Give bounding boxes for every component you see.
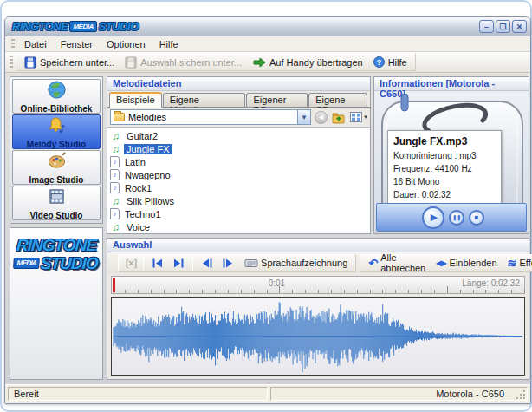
track-frequency: Frequenz: 44100 Hz xyxy=(393,164,496,173)
sidebar-item-video-studio[interactable]: Video Studio xyxy=(12,186,101,220)
arrow-right-bar-icon xyxy=(173,258,185,268)
file-row-voice[interactable]: ♫Voice xyxy=(110,220,370,233)
fade-button[interactable]: ◀▶ Einblenden xyxy=(431,257,501,269)
sidebar-item-label: Video Studio xyxy=(30,211,83,220)
selection-strip-left: [✕] Sprachaufzeichnung xyxy=(118,254,356,272)
playback-control-bar: ▶ ❚❚ ■ xyxy=(376,203,527,232)
play-button[interactable]: ▶ xyxy=(422,206,444,229)
desktop-background: RINGTONE MEDIA STUDIO – ❐ ✕ Datei Fenste… xyxy=(0,0,532,412)
floppy-disk-icon xyxy=(24,56,36,69)
resize-grip[interactable] xyxy=(515,389,525,399)
client-area: Online-Bibliothek Melody Studio Image St… xyxy=(5,73,530,384)
arrow-right-bar-icon xyxy=(223,258,234,268)
stop-button[interactable]: ■ xyxy=(469,210,484,226)
selection-end-left-button[interactable] xyxy=(197,258,217,269)
brand-media: MEDIA xyxy=(14,258,41,269)
tab-eigene-melodien[interactable]: Eigene Melodien xyxy=(163,93,246,107)
titlebar[interactable]: RINGTONE MEDIA STUDIO – ❐ ✕ xyxy=(5,17,530,36)
maximize-button[interactable]: ❐ xyxy=(496,20,510,33)
statusbar: Bereit Motorola - C650 xyxy=(5,384,530,403)
selection-end-right-button[interactable] xyxy=(218,258,238,269)
file-row-guitar2[interactable]: ♫Guitar2 xyxy=(110,129,370,142)
close-button[interactable]: ✕ xyxy=(512,20,527,33)
palette-icon xyxy=(47,151,67,174)
app-logo-studio: STUDIO xyxy=(99,20,139,33)
music-notes-icon: ♫ xyxy=(110,196,121,206)
play-icon: ▶ xyxy=(431,212,438,223)
save-selection-button[interactable]: Auswahl sichern unter... xyxy=(120,55,247,70)
playhead-marker[interactable] xyxy=(113,278,115,292)
waveform-display[interactable] xyxy=(111,297,525,376)
waveform-graphic xyxy=(112,298,524,375)
selection-strip-right: ↶ Alle abbrechen ◀▶ Einblenden ≋ Effekte… xyxy=(360,254,532,272)
cancel-all-label: Alle abbrechen xyxy=(380,252,425,273)
note-file-icon: ♪ xyxy=(110,208,120,219)
tab-eigener-pc[interactable]: Eigener PC xyxy=(246,93,308,107)
track-compression: Komprimierung : mp3 xyxy=(393,151,496,160)
pause-button[interactable]: ❚❚ xyxy=(449,210,464,226)
minimize-button[interactable]: – xyxy=(479,20,494,33)
file-row-rock1[interactable]: ♪Rock1 xyxy=(110,181,370,194)
folder-select[interactable]: Melodies ▼ xyxy=(110,109,311,125)
help-button[interactable]: ? Hilfe xyxy=(368,55,412,69)
voice-record-button[interactable]: Sprachaufzeichnung xyxy=(240,257,352,269)
file-row-techno1[interactable]: ♪Techno1 xyxy=(110,207,370,220)
cancel-all-button[interactable]: ↶ Alle abbrechen xyxy=(364,252,430,274)
folder-icon xyxy=(114,113,125,121)
undo-icon: ↶ xyxy=(368,257,378,270)
arrow-left-bar-icon xyxy=(201,258,212,268)
file-row-silk-pillows[interactable]: ♫Silk Pillows xyxy=(110,194,370,207)
selection-toolbar: [✕] Sprachaufzeichnung ↶ Alle abbr xyxy=(107,252,529,273)
window-controls: – ❐ ✕ xyxy=(479,20,527,33)
note-file-icon: ♪ xyxy=(110,169,120,180)
film-icon xyxy=(47,186,67,210)
note-file-icon: ♪ xyxy=(110,156,120,167)
information-panel: Informationen [Motorola - C650] Jungle F… xyxy=(373,76,529,234)
save-as-button[interactable]: Speichern unter... xyxy=(19,55,120,70)
brand-ringtone: RINGTONE xyxy=(14,237,99,253)
timeline-ruler[interactable]: 0:01 Länge: 0:02.32 xyxy=(111,276,525,294)
brand-studio: STUDIO xyxy=(41,255,99,271)
folder-up-button[interactable] xyxy=(331,109,347,125)
track-bitdepth: 16 Bit Mono xyxy=(393,177,496,186)
music-notes-icon: ♫ xyxy=(110,222,121,232)
sidebar-item-online-bibliothek[interactable]: Online-Bibliothek xyxy=(12,79,101,114)
folder-up-icon xyxy=(332,111,346,124)
help-icon: ? xyxy=(373,56,385,68)
effects-button[interactable]: ≋ Effekte xyxy=(503,256,532,271)
menu-optionen[interactable]: Optionen xyxy=(100,38,152,50)
help-label: Hilfe xyxy=(388,57,407,68)
main-toolbar: Speichern unter... Auswahl sichern unter… xyxy=(5,52,530,73)
back-button[interactable]: ◄ xyxy=(314,109,328,125)
track-duration: Dauer: 0:02.32 xyxy=(393,190,496,199)
voice-recorder-icon xyxy=(244,258,258,268)
file-row-latin[interactable]: ♪Latin xyxy=(110,155,370,168)
floppy-disk-icon xyxy=(125,56,137,69)
selection-start-right-button[interactable] xyxy=(169,258,189,269)
menu-datei[interactable]: Datei xyxy=(17,38,54,50)
tab-eigene-cd[interactable]: Eigene CD xyxy=(308,93,367,107)
pause-icon: ❚❚ xyxy=(452,214,461,220)
melody-files-panel: Melodiedateien Beispiele Eigene Melodien… xyxy=(107,76,371,234)
selection-start-left-button[interactable] xyxy=(147,258,167,269)
status-text: Bereit xyxy=(8,387,268,401)
file-row-nwagepno[interactable]: ♪Nwagepno xyxy=(110,168,370,181)
melody-files-title: Melodiedateien xyxy=(107,77,370,91)
menubar: Datei Fenster Optionen Hilfe xyxy=(5,36,530,52)
sidebar-item-image-studio[interactable]: Image Studio xyxy=(12,150,101,185)
sidebar-item-melody-studio[interactable]: Melody Studio xyxy=(12,114,101,149)
chevron-down-icon[interactable]: ▼ xyxy=(297,110,310,124)
folder-select-value: Melodies xyxy=(128,112,166,122)
stop-icon: ■ xyxy=(475,213,479,221)
file-row-jungle-fx[interactable]: ♫Jungle FX xyxy=(110,142,370,155)
tab-beispiele[interactable]: Beispiele xyxy=(109,92,162,108)
transfer-to-phone-button[interactable]: Auf Handy übertragen xyxy=(247,56,368,69)
clear-selection-button[interactable]: [✕] xyxy=(122,258,139,268)
app-window: RINGTONE MEDIA STUDIO – ❐ ✕ Datei Fenste… xyxy=(4,16,531,404)
sidebar-item-label: Image Studio xyxy=(29,175,84,185)
music-notes-icon: ♫ xyxy=(110,131,121,141)
menu-fenster[interactable]: Fenster xyxy=(54,38,100,50)
views-button[interactable]: ▼ xyxy=(349,109,369,125)
menu-hilfe[interactable]: Hilfe xyxy=(152,38,185,50)
sidebar-button-group: Online-Bibliothek Melody Studio Image St… xyxy=(10,76,103,224)
